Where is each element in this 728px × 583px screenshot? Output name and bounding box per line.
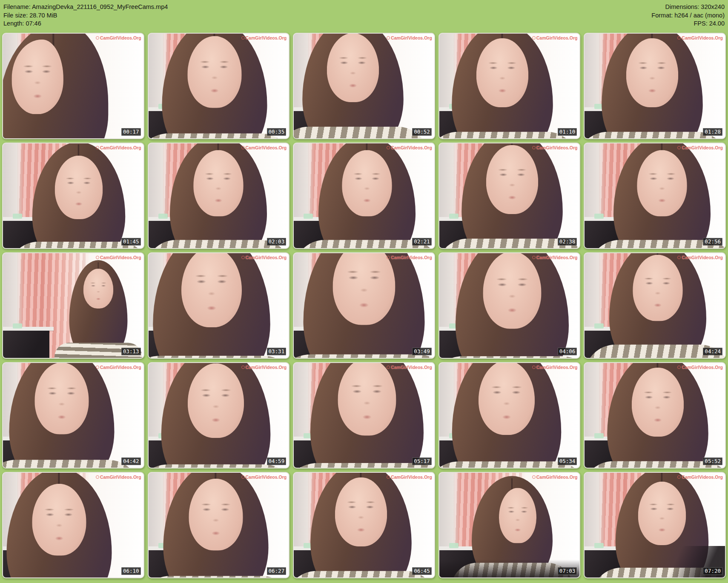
timestamp-badge: 00:17 bbox=[121, 128, 141, 136]
face bbox=[189, 478, 243, 550]
person bbox=[6, 473, 112, 577]
video-thumbnail: CamGirlVideos.Org 05:52 bbox=[584, 362, 726, 469]
video-thumbnail: CamGirlVideos.Org 06:10 bbox=[2, 472, 144, 578]
watermark-text: CamGirlVideos.Org bbox=[246, 145, 287, 150]
person bbox=[472, 476, 553, 577]
webcam-frame bbox=[3, 473, 143, 577]
webcam-frame bbox=[439, 143, 580, 248]
webcam-frame bbox=[149, 363, 289, 468]
video-thumbnail: CamGirlVideos.Org 00:35 bbox=[148, 33, 290, 139]
face bbox=[181, 253, 242, 328]
timestamp-badge: 01:45 bbox=[121, 238, 141, 246]
watermark: CamGirlVideos.Org bbox=[387, 365, 432, 370]
watermark-logo-icon bbox=[96, 36, 99, 40]
webcam-frame bbox=[149, 253, 289, 358]
striped-sweater bbox=[451, 563, 573, 577]
router bbox=[449, 543, 459, 548]
watermark-logo-icon bbox=[96, 475, 99, 479]
person bbox=[9, 363, 115, 468]
timestamp-badge: 00:35 bbox=[267, 128, 287, 136]
watermark-logo-icon bbox=[677, 366, 681, 369]
face bbox=[194, 150, 244, 217]
timestamp-badge: 03:49 bbox=[412, 348, 432, 355]
watermark: CamGirlVideos.Org bbox=[387, 255, 432, 260]
watermark-text: CamGirlVideos.Org bbox=[246, 35, 287, 40]
watermark: CamGirlVideos.Org bbox=[96, 474, 141, 480]
video-thumbnail: CamGirlVideos.Org 06:27 bbox=[148, 472, 290, 578]
dimensions-line: Dimensions: 320x240 bbox=[651, 3, 725, 11]
person bbox=[303, 253, 424, 358]
timestamp-badge: 00:52 bbox=[412, 128, 432, 136]
video-thumbnail: CamGirlVideos.Org 03:13 bbox=[2, 252, 144, 359]
timestamp-badge: 06:45 bbox=[412, 567, 432, 575]
watermark-logo-icon bbox=[387, 475, 390, 479]
watermark-logo-icon bbox=[96, 366, 99, 369]
person bbox=[452, 34, 553, 138]
webcam-frame bbox=[585, 34, 725, 138]
router bbox=[13, 214, 22, 219]
face bbox=[327, 34, 379, 102]
watermark-logo-icon bbox=[387, 146, 390, 149]
watermark-logo-icon bbox=[241, 366, 245, 369]
watermark-text: CamGirlVideos.Org bbox=[682, 145, 723, 150]
filesize-line: File size: 28.70 MiB bbox=[3, 11, 168, 20]
watermark-logo-icon bbox=[387, 256, 390, 259]
person bbox=[161, 363, 271, 468]
face bbox=[35, 363, 89, 434]
timestamp-badge: 02:03 bbox=[267, 238, 287, 246]
watermark-text: CamGirlVideos.Org bbox=[682, 365, 723, 370]
timestamp-badge: 01:10 bbox=[558, 128, 577, 136]
webcam-frame bbox=[294, 473, 434, 577]
timestamp-badge: 02:21 bbox=[412, 238, 432, 246]
watermark-logo-icon bbox=[532, 146, 536, 149]
watermark-logo-icon bbox=[532, 475, 536, 479]
watermark: CamGirlVideos.Org bbox=[677, 145, 723, 150]
watermark-text: CamGirlVideos.Org bbox=[391, 145, 432, 150]
webcam-frame bbox=[149, 34, 289, 138]
watermark-text: CamGirlVideos.Org bbox=[391, 474, 432, 480]
watermark-logo-icon bbox=[241, 475, 245, 479]
watermark: CamGirlVideos.Org bbox=[532, 35, 578, 40]
webcam-frame bbox=[3, 253, 143, 358]
watermark: CamGirlVideos.Org bbox=[677, 35, 723, 40]
face bbox=[483, 253, 542, 329]
watermark-logo-icon bbox=[241, 256, 245, 259]
watermark: CamGirlVideos.Org bbox=[677, 255, 723, 260]
header: Filename: AmazingDevka_221116_0952_MyFre… bbox=[0, 0, 728, 30]
watermark-text: CamGirlVideos.Org bbox=[391, 255, 432, 260]
striped-sweater bbox=[294, 127, 429, 138]
video-thumbnail: CamGirlVideos.Org 07:03 bbox=[439, 472, 581, 578]
shelf bbox=[3, 327, 54, 331]
face bbox=[499, 488, 536, 543]
webcam-frame bbox=[294, 253, 434, 358]
filename-line: Filename: AmazingDevka_221116_0952_MyFre… bbox=[3, 3, 168, 11]
person bbox=[162, 34, 267, 138]
watermark: CamGirlVideos.Org bbox=[387, 474, 432, 480]
contact-sheet-page: { "header": { "left": [ "Filename: Amazi… bbox=[0, 0, 728, 583]
timestamp-badge: 02:38 bbox=[558, 238, 577, 246]
watermark-text: CamGirlVideos.Org bbox=[100, 474, 141, 480]
timestamp-badge: 06:27 bbox=[267, 567, 287, 575]
webcam-frame bbox=[439, 34, 580, 138]
watermark-logo-icon bbox=[387, 366, 390, 369]
watermark: CamGirlVideos.Org bbox=[96, 255, 141, 260]
face bbox=[476, 38, 529, 108]
face bbox=[633, 255, 683, 321]
file-info: Filename: AmazingDevka_221116_0952_MyFre… bbox=[3, 3, 168, 28]
person bbox=[613, 143, 711, 248]
webcam-frame bbox=[3, 363, 143, 468]
watermark-logo-icon bbox=[532, 256, 536, 259]
video-thumbnail: CamGirlVideos.Org 02:03 bbox=[148, 143, 290, 249]
video-thumbnail: CamGirlVideos.Org 04:42 bbox=[2, 362, 144, 469]
person bbox=[615, 473, 708, 577]
person bbox=[170, 143, 267, 248]
watermark-text: CamGirlVideos.Org bbox=[536, 35, 578, 40]
webcam-frame bbox=[585, 363, 725, 468]
person bbox=[318, 143, 416, 248]
watermark-text: CamGirlVideos.Org bbox=[536, 255, 578, 260]
face bbox=[188, 363, 244, 438]
face bbox=[637, 150, 687, 217]
face bbox=[638, 482, 686, 546]
video-thumbnail: CamGirlVideos.Org 01:28 bbox=[584, 33, 726, 139]
face bbox=[626, 38, 678, 108]
